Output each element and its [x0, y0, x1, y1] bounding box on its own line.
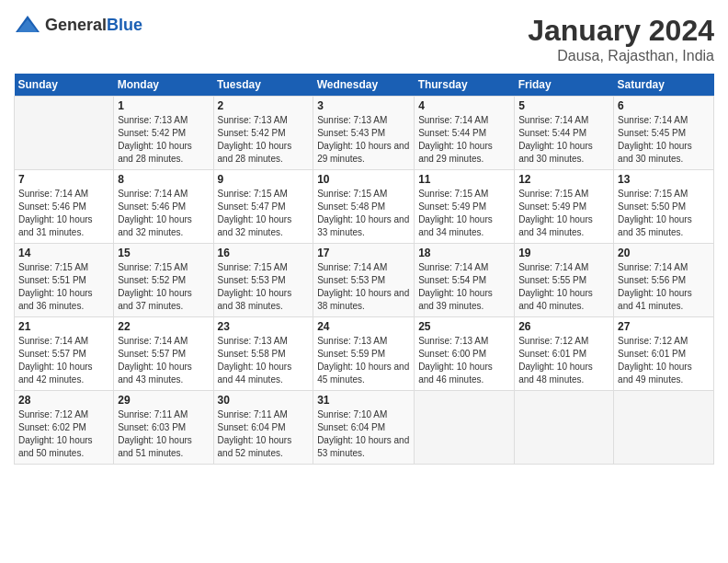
weekday-header-row: SundayMondayTuesdayWednesdayThursdayFrid…: [15, 74, 714, 97]
logo-general: General: [45, 16, 107, 34]
day-number: 5: [518, 99, 609, 112]
calendar-cell: 7Sunrise: 7:14 AMSunset: 5:46 PMDaylight…: [15, 170, 114, 244]
day-number: 4: [418, 99, 510, 112]
day-info: Sunrise: 7:11 AMSunset: 6:04 PMDaylight:…: [218, 408, 310, 460]
day-info: Sunrise: 7:13 AMSunset: 5:43 PMDaylight:…: [317, 114, 410, 166]
day-info: Sunrise: 7:14 AMSunset: 5:57 PMDaylight:…: [118, 335, 209, 386]
calendar-cell: 21Sunrise: 7:14 AMSunset: 5:57 PMDayligh…: [15, 317, 114, 391]
header-row: GeneralBlue January 2024 Dausa, Rajastha…: [14, 14, 714, 64]
day-number: 21: [18, 320, 109, 333]
day-info: Sunrise: 7:13 AMSunset: 5:59 PMDaylight:…: [317, 335, 410, 386]
day-number: 23: [218, 320, 310, 333]
calendar-cell: 30Sunrise: 7:11 AMSunset: 6:04 PMDayligh…: [213, 391, 313, 465]
calendar-cell: 11Sunrise: 7:15 AMSunset: 5:49 PMDayligh…: [415, 170, 515, 244]
day-number: 27: [618, 320, 710, 333]
calendar-cell: 27Sunrise: 7:12 AMSunset: 6:01 PMDayligh…: [614, 317, 714, 391]
day-number: 20: [618, 247, 710, 259]
calendar-week-row: 28Sunrise: 7:12 AMSunset: 6:02 PMDayligh…: [15, 391, 714, 465]
calendar-cell: [515, 391, 614, 465]
calendar-table: SundayMondayTuesdayWednesdayThursdayFrid…: [14, 74, 714, 465]
day-number: 25: [418, 320, 510, 333]
calendar-cell: 17Sunrise: 7:14 AMSunset: 5:53 PMDayligh…: [313, 244, 415, 317]
calendar-cell: 25Sunrise: 7:13 AMSunset: 6:00 PMDayligh…: [415, 317, 515, 391]
day-info: Sunrise: 7:14 AMSunset: 5:44 PMDaylight:…: [418, 114, 510, 166]
day-info: Sunrise: 7:15 AMSunset: 5:53 PMDaylight:…: [218, 261, 310, 313]
calendar-cell: 29Sunrise: 7:11 AMSunset: 6:03 PMDayligh…: [114, 391, 213, 465]
weekday-header: Monday: [114, 74, 213, 97]
calendar-week-row: 1Sunrise: 7:13 AMSunset: 5:42 PMDaylight…: [15, 97, 714, 170]
day-info: Sunrise: 7:14 AMSunset: 5:45 PMDaylight:…: [618, 114, 710, 166]
calendar-cell: 2Sunrise: 7:13 AMSunset: 5:42 PMDaylight…: [213, 97, 313, 170]
day-info: Sunrise: 7:12 AMSunset: 6:02 PMDaylight:…: [18, 408, 109, 460]
calendar-cell: 1Sunrise: 7:13 AMSunset: 5:42 PMDaylight…: [114, 97, 213, 170]
calendar-cell: 9Sunrise: 7:15 AMSunset: 5:47 PMDaylight…: [213, 170, 313, 244]
day-info: Sunrise: 7:14 AMSunset: 5:44 PMDaylight:…: [518, 114, 609, 166]
day-info: Sunrise: 7:10 AMSunset: 6:04 PMDaylight:…: [317, 408, 410, 460]
calendar-cell: [614, 391, 714, 465]
day-info: Sunrise: 7:14 AMSunset: 5:56 PMDaylight:…: [618, 261, 710, 313]
day-number: 9: [218, 173, 310, 186]
calendar-week-row: 21Sunrise: 7:14 AMSunset: 5:57 PMDayligh…: [15, 317, 714, 391]
day-info: Sunrise: 7:15 AMSunset: 5:51 PMDaylight:…: [18, 261, 109, 313]
day-info: Sunrise: 7:13 AMSunset: 5:42 PMDaylight:…: [118, 114, 209, 166]
calendar-cell: [415, 391, 515, 465]
calendar-cell: 31Sunrise: 7:10 AMSunset: 6:04 PMDayligh…: [313, 391, 415, 465]
calendar-cell: 22Sunrise: 7:14 AMSunset: 5:57 PMDayligh…: [114, 317, 213, 391]
calendar-cell: 28Sunrise: 7:12 AMSunset: 6:02 PMDayligh…: [15, 391, 114, 465]
logo-blue-text: Blue: [107, 16, 142, 34]
day-number: 10: [317, 173, 410, 186]
day-info: Sunrise: 7:13 AMSunset: 5:58 PMDaylight:…: [218, 335, 310, 386]
day-info: Sunrise: 7:15 AMSunset: 5:48 PMDaylight:…: [317, 188, 410, 239]
day-info: Sunrise: 7:12 AMSunset: 6:01 PMDaylight:…: [518, 335, 609, 386]
day-info: Sunrise: 7:14 AMSunset: 5:54 PMDaylight:…: [418, 261, 510, 313]
calendar-week-row: 14Sunrise: 7:15 AMSunset: 5:51 PMDayligh…: [15, 244, 714, 317]
calendar-cell: 4Sunrise: 7:14 AMSunset: 5:44 PMDaylight…: [415, 97, 515, 170]
day-number: 11: [418, 173, 510, 186]
day-info: Sunrise: 7:13 AMSunset: 5:42 PMDaylight:…: [218, 114, 310, 166]
day-number: 22: [118, 320, 209, 333]
day-info: Sunrise: 7:15 AMSunset: 5:50 PMDaylight:…: [618, 188, 710, 239]
day-number: 17: [317, 247, 410, 259]
logo-icon: [14, 14, 41, 36]
day-info: Sunrise: 7:14 AMSunset: 5:53 PMDaylight:…: [317, 261, 410, 313]
calendar-cell: 14Sunrise: 7:15 AMSunset: 5:51 PMDayligh…: [15, 244, 114, 317]
calendar-cell: 8Sunrise: 7:14 AMSunset: 5:46 PMDaylight…: [114, 170, 213, 244]
calendar-cell: 6Sunrise: 7:14 AMSunset: 5:45 PMDaylight…: [614, 97, 714, 170]
day-number: 19: [518, 247, 609, 259]
weekday-header: Thursday: [415, 74, 515, 97]
calendar-cell: 10Sunrise: 7:15 AMSunset: 5:48 PMDayligh…: [313, 170, 415, 244]
day-number: 26: [518, 320, 609, 333]
calendar-cell: 3Sunrise: 7:13 AMSunset: 5:43 PMDaylight…: [313, 97, 415, 170]
day-info: Sunrise: 7:15 AMSunset: 5:52 PMDaylight:…: [118, 261, 209, 313]
logo-text: GeneralBlue: [45, 16, 142, 35]
day-info: Sunrise: 7:14 AMSunset: 5:55 PMDaylight:…: [518, 261, 609, 313]
day-number: 3: [317, 99, 410, 112]
weekday-header: Friday: [515, 74, 614, 97]
day-number: 29: [118, 394, 209, 407]
day-info: Sunrise: 7:11 AMSunset: 6:03 PMDaylight:…: [118, 408, 209, 460]
day-number: 2: [218, 99, 310, 112]
weekday-header: Sunday: [15, 74, 114, 97]
calendar-cell: 12Sunrise: 7:15 AMSunset: 5:49 PMDayligh…: [515, 170, 614, 244]
title-section: January 2024 Dausa, Rajasthan, India: [528, 14, 714, 64]
calendar-cell: 15Sunrise: 7:15 AMSunset: 5:52 PMDayligh…: [114, 244, 213, 317]
day-number: 14: [18, 247, 109, 259]
day-number: 31: [317, 394, 410, 407]
calendar-cell: 5Sunrise: 7:14 AMSunset: 5:44 PMDaylight…: [515, 97, 614, 170]
weekday-header: Saturday: [614, 74, 714, 97]
calendar-cell: 20Sunrise: 7:14 AMSunset: 5:56 PMDayligh…: [614, 244, 714, 317]
calendar-cell: 16Sunrise: 7:15 AMSunset: 5:53 PMDayligh…: [213, 244, 313, 317]
weekday-header: Tuesday: [213, 74, 313, 97]
day-number: 18: [418, 247, 510, 259]
day-info: Sunrise: 7:14 AMSunset: 5:57 PMDaylight:…: [18, 335, 109, 386]
day-info: Sunrise: 7:12 AMSunset: 6:01 PMDaylight:…: [618, 335, 710, 386]
calendar-title: January 2024: [528, 14, 714, 48]
calendar-container: GeneralBlue January 2024 Dausa, Rajastha…: [0, 0, 728, 474]
day-number: 13: [618, 173, 710, 186]
day-info: Sunrise: 7:13 AMSunset: 6:00 PMDaylight:…: [418, 335, 510, 386]
day-number: 15: [118, 247, 209, 259]
calendar-cell: 26Sunrise: 7:12 AMSunset: 6:01 PMDayligh…: [515, 317, 614, 391]
day-info: Sunrise: 7:15 AMSunset: 5:47 PMDaylight:…: [218, 188, 310, 239]
calendar-week-row: 7Sunrise: 7:14 AMSunset: 5:46 PMDaylight…: [15, 170, 714, 244]
day-number: 6: [618, 99, 710, 112]
